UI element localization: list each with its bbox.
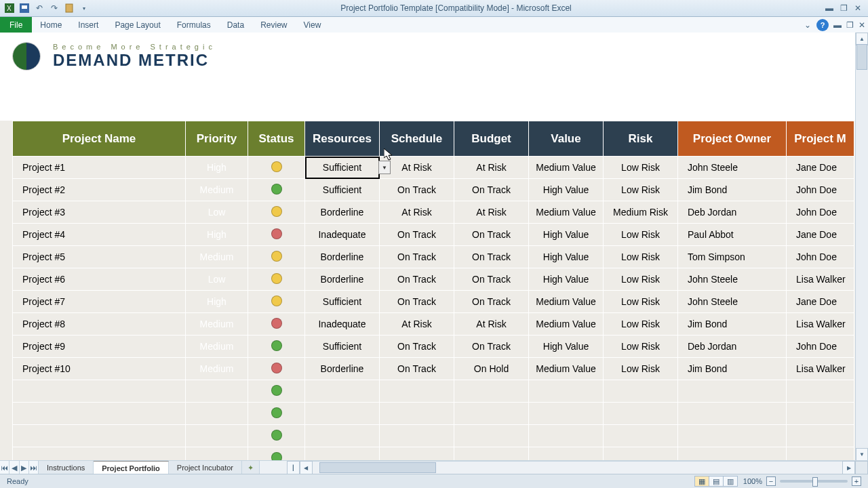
cell[interactable] (13, 403, 186, 425)
cell[interactable] (13, 380, 186, 403)
sheet-nav-last-icon[interactable]: ⏭ (29, 461, 38, 474)
zoom-control[interactable]: 100% − + (743, 476, 868, 486)
cell[interactable]: Tom Simpson (678, 246, 787, 268)
cell[interactable]: Medium Value (529, 157, 604, 179)
table-row[interactable]: Project #6LowBorderlineOn TrackOn TrackH… (13, 268, 854, 291)
cell[interactable]: Medium (186, 179, 248, 201)
col-header[interactable]: Risk (604, 121, 678, 157)
hscroll-split-handle[interactable]: ┃ (287, 461, 300, 474)
table-row[interactable] (13, 447, 854, 462)
cell[interactable]: Low (186, 268, 248, 291)
cell[interactable]: Medium Value (529, 313, 604, 336)
cell[interactable]: Medium Risk (604, 201, 678, 224)
col-header[interactable]: Project Owner (678, 121, 787, 157)
zoom-out-button[interactable]: − (766, 476, 776, 486)
cell[interactable]: Low Risk (604, 336, 678, 358)
cell[interactable]: Low Risk (604, 179, 678, 201)
ribbon-minimize-icon[interactable]: ⌄ (802, 17, 814, 33)
cell[interactable]: On Hold (454, 358, 529, 380)
status-cell[interactable] (248, 179, 305, 201)
cell[interactable]: On Track (380, 179, 454, 201)
cell[interactable] (678, 403, 787, 425)
paste-icon[interactable] (64, 3, 75, 14)
status-cell[interactable] (248, 358, 305, 380)
table-row[interactable]: Project #5MediumBorderlineOn TrackOn Tra… (13, 246, 854, 268)
cell[interactable]: Low Risk (604, 157, 678, 179)
cell[interactable] (678, 447, 787, 462)
cell[interactable] (248, 425, 305, 447)
worksheet-area[interactable]: Become More Strategic DEMAND METRIC Proj… (0, 33, 856, 461)
cell[interactable] (186, 447, 248, 462)
cell[interactable]: Low Risk (604, 224, 678, 246)
table-row[interactable]: Project #8MediumInadequateAt RiskAt Risk… (13, 313, 854, 336)
cell[interactable] (454, 447, 529, 462)
cell[interactable]: Borderline (305, 201, 380, 224)
sheet-nav-prev-icon[interactable]: ◀ (9, 461, 19, 474)
hscroll-split-box[interactable] (855, 461, 868, 474)
cell[interactable]: Paul Abbot (678, 224, 787, 246)
cell[interactable]: Medium Value (529, 358, 604, 380)
cell[interactable]: On Track (380, 336, 454, 358)
cell[interactable]: High Value (529, 224, 604, 246)
status-cell[interactable] (248, 336, 305, 358)
cell[interactable] (248, 403, 305, 425)
undo-icon[interactable]: ↶ (34, 3, 45, 14)
cell[interactable] (305, 447, 380, 462)
cell[interactable]: Medium (186, 246, 248, 268)
table-row[interactable] (13, 425, 854, 447)
cell[interactable] (186, 380, 248, 403)
table-row[interactable]: Project #4HighInadequateOn TrackOn Track… (13, 224, 854, 246)
cell[interactable] (13, 425, 186, 447)
table-row[interactable] (13, 380, 854, 403)
view-page-layout-icon[interactable]: ▤ (709, 476, 724, 486)
zoom-slider[interactable] (780, 480, 848, 483)
col-header[interactable]: Schedule (380, 121, 454, 157)
help-icon[interactable]: ? (816, 19, 829, 31)
cell[interactable] (678, 425, 787, 447)
cell[interactable] (787, 380, 854, 403)
cell[interactable] (787, 447, 854, 462)
cell[interactable]: Project #9 (13, 336, 186, 358)
cell[interactable]: Project #1 (13, 157, 186, 179)
cell[interactable]: Jim Bond (678, 358, 787, 380)
status-cell[interactable] (248, 201, 305, 224)
view-page-break-icon[interactable]: ▥ (724, 476, 737, 486)
cell[interactable]: Sufficient (305, 336, 380, 358)
cell[interactable]: Lisa Walker (787, 268, 854, 291)
restore-button[interactable]: ❐ (840, 3, 848, 13)
cell[interactable]: Low (186, 201, 248, 224)
workbook-restore-icon[interactable]: ❐ (844, 17, 856, 33)
cell[interactable]: Jane Doe (787, 157, 854, 179)
zoom-in-button[interactable]: + (852, 476, 861, 486)
cell[interactable] (678, 380, 787, 403)
cell[interactable]: Low Risk (604, 268, 678, 291)
col-header[interactable]: Resources (305, 121, 380, 157)
cell[interactable] (248, 447, 305, 462)
cell[interactable] (454, 425, 529, 447)
cell[interactable] (604, 380, 678, 403)
cell[interactable]: Low Risk (604, 246, 678, 268)
close-button[interactable]: ✕ (854, 3, 861, 13)
cell[interactable]: Sufficient▼ (305, 157, 380, 179)
cell[interactable] (380, 447, 454, 462)
tab-view[interactable]: View (296, 17, 330, 33)
cell[interactable]: Medium Value (529, 291, 604, 313)
status-cell[interactable] (248, 268, 305, 291)
cell[interactable] (13, 447, 186, 462)
cell[interactable]: At Risk (380, 313, 454, 336)
cell[interactable]: John Steele (678, 157, 787, 179)
cell[interactable]: Low Risk (604, 358, 678, 380)
cell[interactable]: On Track (454, 291, 529, 313)
cell[interactable]: Project #7 (13, 291, 186, 313)
cell[interactable]: On Track (454, 246, 529, 268)
table-row[interactable]: Project #3LowBorderlineAt RiskAt RiskMed… (13, 201, 854, 224)
cell[interactable] (248, 380, 305, 403)
cell[interactable]: Jane Doe (787, 291, 854, 313)
cell[interactable]: Lisa Walker (787, 313, 854, 336)
qat-dropdown-icon[interactable]: ▾ (79, 3, 90, 14)
cell[interactable]: Deb Jordan (678, 201, 787, 224)
cell[interactable] (186, 403, 248, 425)
cell[interactable]: Medium (186, 313, 248, 336)
cell[interactable] (186, 425, 248, 447)
col-header[interactable]: Value (529, 121, 604, 157)
